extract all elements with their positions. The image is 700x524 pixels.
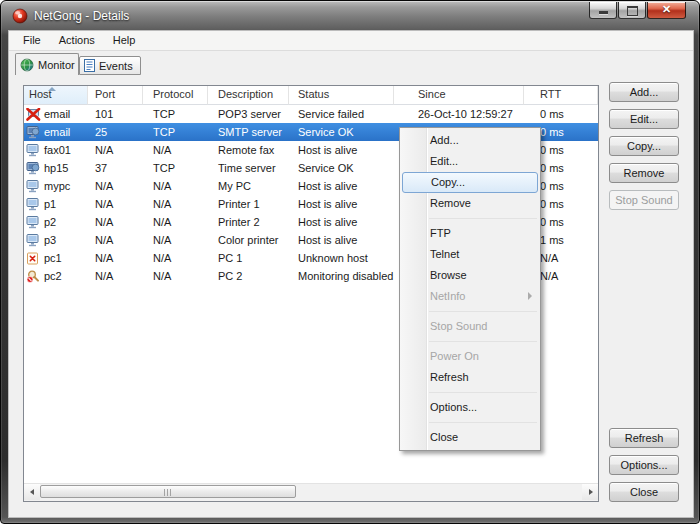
host-alive-icon [26,144,41,157]
menu-separator [429,422,537,423]
tab-events-label: Events [99,60,133,72]
menu-separator [429,392,537,393]
window-controls: ✕ [588,2,686,19]
scrollbar-thumb[interactable] [40,485,296,498]
context-menu-copy[interactable]: Copy... [402,172,538,193]
context-menu-edit[interactable]: Edit... [400,151,540,172]
host-alive-icon [26,198,41,211]
menu-file[interactable]: File [14,31,50,50]
close-button[interactable]: Close [609,482,679,502]
host-failed-icon [26,108,41,121]
maximize-icon[interactable] [618,2,646,19]
context-menu-add[interactable]: Add... [400,130,540,151]
context-menu-power-on: Power On [400,346,540,367]
context-menu-stop-sound: Stop Sound [400,316,540,337]
close-icon[interactable]: ✕ [647,2,686,19]
context-menu-browse[interactable]: Browse [400,265,540,286]
column-header-host[interactable]: Host [24,86,88,105]
horizontal-scrollbar[interactable] [24,483,598,501]
tab-monitor[interactable]: Monitor [15,53,79,75]
context-menu-remove[interactable]: Remove [400,193,540,214]
options-button[interactable]: Options... [609,455,679,475]
context-menu: Add... Edit... Copy... Remove FTP Telnet… [399,127,541,451]
context-menu-refresh[interactable]: Refresh [400,367,540,388]
host-service-icon [26,162,41,175]
sort-ascending-icon [48,87,56,91]
stop-sound-button: Stop Sound [609,190,679,210]
edit-button[interactable]: Edit... [609,109,679,129]
host-alive-icon [26,216,41,229]
table-row[interactable]: email 101 TCP POP3 server Service failed… [24,105,598,123]
tab-monitor-label: Monitor [38,59,75,71]
host-alive-icon [26,180,41,193]
menu-separator [429,218,537,219]
globe-icon [20,58,34,72]
context-menu-telnet[interactable]: Telnet [400,244,540,265]
column-header-protocol[interactable]: Protocol [143,86,208,105]
menu-actions[interactable]: Actions [50,31,104,50]
menu-help[interactable]: Help [104,31,145,50]
context-menu-ftp[interactable]: FTP [400,223,540,244]
host-disabled-icon [26,270,41,283]
table-header: Host Port Protocol Description Status Si… [24,86,598,105]
column-header-port[interactable]: Port [88,86,143,105]
events-doc-icon [84,59,95,72]
remove-button[interactable]: Remove [609,163,679,183]
refresh-button[interactable]: Refresh [609,428,679,448]
context-menu-netinfo: NetInfo [400,286,540,307]
column-header-status[interactable]: Status [289,86,394,105]
column-header-since[interactable]: Since [394,86,524,105]
window-title: NetGong - Details [34,9,129,23]
menu-bar: File Actions Help [9,31,693,51]
minimize-icon[interactable] [589,2,617,19]
netgong-app-icon [12,8,28,24]
window-frame: NetGong - Details ✕ File Actions Help [0,0,700,524]
tab-events[interactable]: Events [79,56,141,75]
scroll-right-icon[interactable] [582,484,598,500]
column-header-rtt[interactable]: RTT [524,86,598,105]
thumb-grip-icon [164,489,173,496]
add-button[interactable]: Add... [609,82,679,102]
scroll-left-icon[interactable] [24,484,40,500]
context-menu-close[interactable]: Close [400,427,540,448]
menu-separator [429,311,537,312]
context-menu-options[interactable]: Options... [400,397,540,418]
host-unknown-icon [26,252,41,265]
copy-button[interactable]: Copy... [609,136,679,156]
submenu-arrow-icon [528,292,532,300]
client-area: File Actions Help Monitor [9,31,693,517]
netgong-window: NetGong - Details ✕ File Actions Help [0,0,700,524]
menu-separator [429,341,537,342]
host-alive-icon [26,234,41,247]
host-service-icon [26,126,41,139]
title-bar[interactable]: NetGong - Details ✕ [1,1,699,31]
column-header-description[interactable]: Description [208,86,289,105]
